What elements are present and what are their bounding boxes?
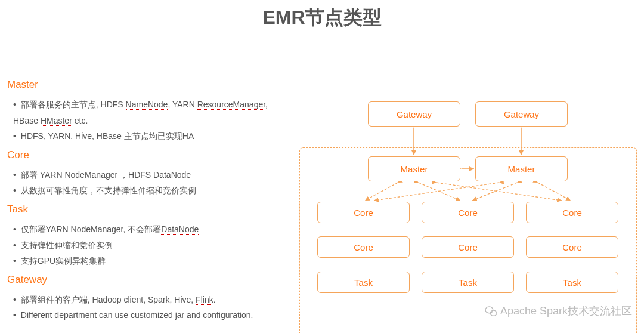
- section-heading-master: Master: [7, 79, 293, 91]
- list-item: 部署 YARN NodeManager ，HDFS DataNode: [13, 167, 293, 183]
- section-list-gateway: 部署组件的客户端, Hadoop client, Spark, Hive, Fl…: [7, 292, 293, 323]
- svg-line-3: [365, 183, 398, 201]
- list-item: 部署组件的客户端, Hadoop client, Spark, Hive, Fl…: [13, 292, 293, 308]
- node-core-3: Core: [526, 202, 618, 223]
- list-item: 支持GPU实例异构集群: [13, 253, 293, 269]
- section-list-task: 仅部署YARN NodeManager, 不会部署DataNode 支持弹性伸缩…: [7, 221, 293, 269]
- node-core-5: Core: [422, 236, 514, 258]
- svg-point-10: [490, 310, 497, 316]
- list-item: Different department can use customized …: [13, 307, 293, 323]
- list-item: 仅部署YARN NodeManager, 不会部署DataNode: [13, 221, 293, 238]
- node-task-1: Task: [317, 272, 410, 293]
- list-item: 从数据可靠性角度，不支持弹性伸缩和竞价实例: [13, 183, 293, 199]
- node-core-1: Core: [317, 202, 410, 223]
- node-core-4: Core: [317, 236, 410, 258]
- node-task-3: Task: [526, 272, 618, 293]
- node-core-2: Core: [422, 202, 514, 223]
- node-task-2: Task: [422, 272, 514, 293]
- node-core-6: Core: [526, 236, 618, 258]
- section-heading-task: Task: [7, 204, 293, 215]
- section-list-master: 部署各服务的主节点, HDFS NameNode, YARN ResourceM…: [7, 97, 293, 144]
- svg-line-7: [472, 183, 517, 201]
- section-heading-core: Core: [7, 149, 293, 161]
- node-master-2: Master: [475, 156, 568, 181]
- page-title: EMR节点类型: [0, 0, 644, 31]
- text-panel: Master 部署各服务的主节点, HDFS NameNode, YARN Re…: [7, 79, 293, 328]
- list-item: 支持弹性伸缩和竞价实例: [13, 238, 293, 254]
- watermark: Apache Spark技术交流社区: [485, 304, 632, 318]
- wechat-icon: [485, 306, 498, 317]
- svg-line-8: [538, 183, 571, 201]
- svg-point-9: [485, 307, 493, 313]
- list-item: 部署各服务的主节点, HDFS NameNode, YARN ResourceM…: [13, 97, 293, 128]
- list-item: HDFS, YARN, Hive, HBase 主节点均已实现HA: [13, 128, 293, 144]
- diagram-panel: Gateway Gateway Master Master Core Core …: [299, 73, 637, 328]
- section-heading-gateway: Gateway: [7, 274, 293, 286]
- node-master-1: Master: [368, 156, 460, 181]
- node-gateway-1: Gateway: [368, 101, 460, 127]
- section-list-core: 部署 YARN NodeManager ，HDFS DataNode 从数据可靠…: [7, 167, 293, 199]
- node-gateway-2: Gateway: [475, 101, 568, 127]
